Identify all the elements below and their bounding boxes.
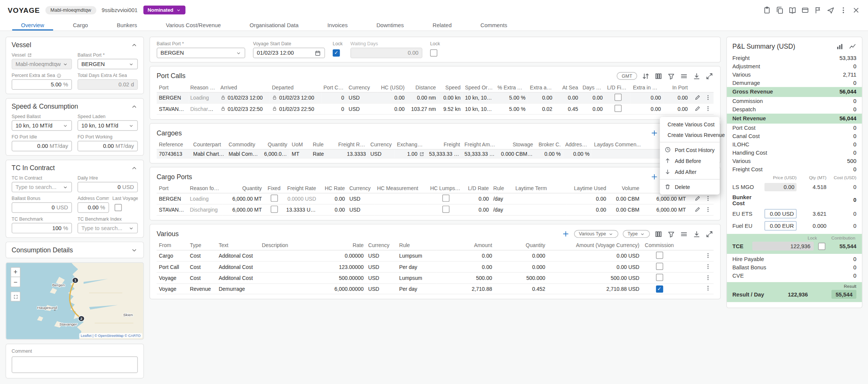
- cell[interactable]: [260, 261, 317, 272]
- cell[interactable]: 5.00 %: [495, 103, 528, 114]
- column-header-laytime-term[interactable]: Laytime Term: [513, 183, 566, 193]
- cell[interactable]: [688, 193, 714, 204]
- column-header-extra-at-sea[interactable]: Extra at Sea: [528, 83, 555, 92]
- column-header-speed-order[interactable]: Speed Order: [463, 83, 495, 92]
- row-density-icon[interactable]: [680, 230, 688, 238]
- cell[interactable]: 0.00 %: [563, 149, 591, 158]
- tab-invoices[interactable]: Invoices: [313, 20, 362, 31]
- status-badge[interactable]: Nominated: [143, 6, 185, 15]
- add-various-button[interactable]: [562, 230, 570, 238]
- cell[interactable]: 0.00: [437, 250, 494, 261]
- edit-icon[interactable]: [694, 206, 701, 213]
- column-header-extra-in-port[interactable]: Extra in Port: [631, 83, 663, 92]
- route-map[interactable]: Bergen Haugesund Stavanger Skien 1 2 + −: [6, 262, 144, 340]
- cell[interactable]: 0.00: [631, 92, 663, 103]
- waiting-days-lock-checkbox[interactable]: [430, 49, 437, 57]
- cell[interactable]: [375, 193, 428, 204]
- tab-overview[interactable]: Overview: [7, 20, 59, 31]
- cell[interactable]: 0.00: [378, 92, 407, 103]
- menu-item-port-cost-history[interactable]: Port Cost History: [660, 144, 720, 155]
- info-icon[interactable]: [57, 73, 62, 78]
- cell[interactable]: [428, 204, 463, 215]
- cell[interactable]: 6,000.00 MT: [642, 193, 688, 204]
- tc-benchmark-input[interactable]: 100 %: [12, 223, 72, 233]
- column-header-freight-rate[interactable]: Freight Rate: [284, 183, 318, 193]
- address-commission-input[interactable]: 0.00 %: [78, 202, 109, 213]
- cell[interactable]: 0.45: [555, 103, 580, 114]
- external-link-icon[interactable]: [27, 52, 32, 57]
- cell[interactable]: Cost: [188, 261, 216, 272]
- cell[interactable]: 13.3333: [336, 149, 368, 158]
- column-header-address-c[interactable]: Address C.: [563, 140, 591, 149]
- speed-ballast-select[interactable]: 10 kn, 10 MT/d: [12, 120, 72, 131]
- cell[interactable]: 0.00 nm: [407, 92, 438, 103]
- cell[interactable]: 01/02/23 12:00: [218, 92, 270, 103]
- tab-bunkers[interactable]: Bunkers: [102, 20, 151, 31]
- column-header-arrived[interactable]: Arrived: [218, 83, 270, 92]
- send-icon[interactable]: [827, 6, 835, 14]
- column-header-days-l-d[interactable]: Days L/D: [580, 83, 605, 92]
- more-vert-icon[interactable]: [839, 6, 848, 14]
- cell[interactable]: 0.000 CBM/MT: [499, 149, 535, 158]
- cell[interactable]: [690, 92, 714, 103]
- column-header-quantity[interactable]: Quantity: [262, 140, 289, 149]
- column-header-speed[interactable]: Speed: [438, 83, 463, 92]
- cell[interactable]: 0.00 CBM: [608, 204, 642, 215]
- cell[interactable]: Voyage: [157, 284, 188, 294]
- cell[interactable]: 0.00000: [317, 250, 366, 261]
- column-header-reference[interactable]: Reference: [157, 140, 191, 149]
- cell[interactable]: 0.452: [494, 284, 547, 294]
- ls-mgo-price-input[interactable]: 0.00: [764, 183, 796, 191]
- column-header-port-cost[interactable]: Port Cost: [321, 83, 347, 92]
- column-header-amount-voyage-currency[interactable]: Amount (Voyage Currency): [547, 241, 642, 250]
- cell[interactable]: USD: [347, 204, 374, 215]
- column-header-port[interactable]: Port: [157, 183, 188, 193]
- cell[interactable]: 0.00: [318, 193, 347, 204]
- column-header-l-d-rate[interactable]: L/D Rate: [463, 183, 491, 193]
- cell[interactable]: Additonal Cost: [217, 272, 260, 283]
- checkbox[interactable]: [656, 252, 663, 259]
- cell[interactable]: [260, 272, 317, 283]
- cell[interactable]: [375, 204, 428, 215]
- cell[interactable]: USD: [368, 149, 395, 158]
- comment-input[interactable]: [12, 356, 138, 373]
- column-header-stowage[interactable]: Stowage: [499, 140, 535, 149]
- cell[interactable]: [677, 261, 714, 272]
- cell[interactable]: 0.00 CBM: [608, 193, 642, 204]
- column-header-volume[interactable]: Volume: [608, 183, 642, 193]
- cell[interactable]: 6,000.00 MT: [642, 204, 688, 215]
- cell[interactable]: MT: [289, 149, 310, 158]
- column-header-currency[interactable]: Currency: [368, 140, 395, 149]
- cell[interactable]: 0.00: [566, 193, 608, 204]
- row-menu-icon[interactable]: [705, 263, 712, 270]
- table-row[interactable]: VoyageCostAdditonal Cost500.00000USDLump…: [157, 272, 714, 283]
- column-header-broker-c[interactable]: Broker C.: [535, 140, 563, 149]
- type-filter-chip[interactable]: Type: [622, 230, 650, 238]
- checkbox[interactable]: [614, 94, 621, 101]
- cell[interactable]: 6,000.000: [262, 149, 289, 158]
- column-header-exchange-rate[interactable]: Exchange Rate: [395, 140, 427, 149]
- cell[interactable]: [513, 204, 566, 215]
- cell[interactable]: [428, 193, 463, 204]
- cell[interactable]: [690, 103, 714, 114]
- cell[interactable]: 0.000: [494, 250, 547, 261]
- column-header-type[interactable]: Type: [188, 241, 216, 250]
- column-header-hc-usd[interactable]: HC (USD): [378, 83, 407, 92]
- cell[interactable]: 0.00 kn: [438, 92, 463, 103]
- cell[interactable]: 6,000.00000: [317, 284, 366, 294]
- row-menu-icon[interactable]: [705, 206, 712, 213]
- cell[interactable]: 500.000: [494, 272, 547, 283]
- checkbox[interactable]: [270, 206, 278, 213]
- ballast-port-select[interactable]: BERGEN: [78, 59, 138, 69]
- cell[interactable]: 01/02/23 22:50: [218, 103, 270, 114]
- ballast-port-select[interactable]: BERGEN: [157, 48, 245, 58]
- table-row[interactable]: BERGENLoading01/02/23 12:0001/02/23 12:0…: [157, 92, 714, 103]
- cell[interactable]: Rate: [310, 149, 336, 158]
- download-icon[interactable]: [692, 230, 701, 238]
- cell[interactable]: Additonal Cost: [217, 261, 260, 272]
- book-icon[interactable]: [788, 6, 796, 14]
- filter-icon[interactable]: [667, 72, 675, 80]
- checkbox[interactable]: [270, 195, 278, 202]
- tab-cargo[interactable]: Cargo: [58, 20, 102, 31]
- column-header-freight[interactable]: Freight: [427, 140, 462, 149]
